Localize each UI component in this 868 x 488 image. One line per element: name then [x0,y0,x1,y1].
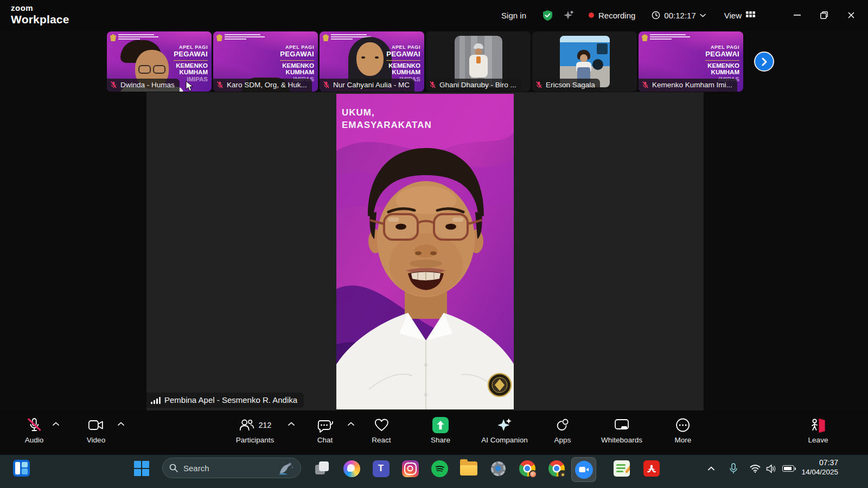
participant-tile[interactable]: Ghani Dharuby - Biro ... [426,31,531,92]
widgets-icon[interactable] [13,460,30,477]
share-screen-icon [432,417,449,433]
instagram-icon[interactable] [401,459,419,478]
file-explorer-icon[interactable] [459,459,478,478]
ai-companion-titlebar-icon[interactable] [564,10,575,21]
view-label: View [724,11,742,20]
tray-battery-icon[interactable] [782,459,794,478]
participant-name: Kemenko Kumham Imi... [652,81,732,89]
ai-companion-icon [496,417,513,433]
participant-tile[interactable]: APEL PAGIPEGAWAI KEMENKOKUMHAMIMIPAS Dwi… [107,31,212,92]
active-speaker-video[interactable]: UKUM, EMASYARAKATAN [336,94,514,409]
search-box[interactable]: Search [162,458,301,478]
task-view-icon[interactable] [313,459,331,478]
acrobat-icon[interactable] [642,459,661,478]
close-button[interactable] [842,7,860,23]
audio-options-chevron[interactable] [53,422,59,426]
meeting-toolbar: Audio Video 212 Participants Chat [0,410,868,454]
leave-button[interactable]: Leave [808,416,828,444]
start-button[interactable] [134,461,149,476]
more-ellipsis-icon [675,418,691,433]
gallery-view-icon [746,11,755,20]
whiteboards-label: Whiteboards [601,436,642,444]
chevron-right-icon [761,57,768,66]
participant-tile[interactable]: Ericson Sagala [532,31,637,92]
react-label: React [372,436,391,444]
video-options-chevron[interactable] [118,422,124,426]
tray-mic-icon[interactable] [730,459,738,478]
view-button[interactable]: View [724,11,755,20]
participant-tile[interactable]: APEL PAGIPEGAWAI KEMENKOKUMHAMIMIPAS Kar… [213,31,318,92]
zoom-workplace-logo: zoom Workplace [11,4,69,25]
heart-icon [374,418,389,432]
search-highlight-dolphin-icon [278,460,296,476]
participant-avatar [348,37,392,76]
chrome-profile2-icon[interactable] [547,459,566,478]
participant-name: Karo SDM, Org, & Huk... [227,81,307,89]
react-button[interactable]: React [372,416,391,444]
apps-button[interactable]: Apps [554,416,571,444]
muted-mic-icon [535,81,543,89]
recording-dot-icon [589,12,594,18]
muted-mic-icon [429,81,437,89]
tray-speaker-icon[interactable] [766,459,777,478]
notepad-app-icon[interactable] [612,459,631,478]
clock-icon [652,11,660,20]
chrome-profile1-icon[interactable] [518,459,537,478]
muted-mic-icon [216,81,224,89]
minimize-button[interactable] [788,7,806,23]
share-label: Share [431,436,450,444]
participant-name-pill: Ericson Sagala [532,79,600,92]
restore-icon [820,11,828,19]
recording-indicator[interactable]: Recording [589,11,635,20]
tray-expand-chevron[interactable] [708,459,715,478]
sign-in-button[interactable]: Sign in [501,11,526,20]
participant-name: Dwinda - Humas [120,81,175,89]
muted-mic-icon [322,81,330,89]
more-button[interactable]: More [675,416,692,444]
teams-icon[interactable]: T [372,459,390,478]
participant-name-pill: Karo SDM, Org, & Huk... [213,79,312,92]
apel-pagi-branding: APEL PAGIPEGAWAI KEMENKOKUMHAMIMIPAS [386,45,420,82]
chat-button[interactable]: Chat [317,416,333,444]
mic-muted-icon [27,418,42,433]
restore-button[interactable] [815,7,833,23]
ministry-emblem [642,34,690,41]
zoom-app-active[interactable] [571,457,596,482]
apps-icon [555,418,570,433]
meeting-timer[interactable]: 00:12:17 [652,11,705,20]
share-button[interactable]: Share [431,416,450,444]
participants-label: Participants [236,436,275,444]
chat-bubble-icon [317,418,333,433]
brand-workplace: Workplace [11,14,69,25]
video-button[interactable]: Video [87,416,105,444]
muted-mic-icon [641,81,649,89]
apps-label: Apps [554,436,571,444]
participant-tile[interactable]: APEL PAGIPEGAWAI KEMENKOKUMHAMIMIPAS Kem… [639,31,743,92]
tray-wifi-icon[interactable] [750,459,761,478]
video-label: Video [87,436,105,444]
whiteboards-button[interactable]: Whiteboards [601,416,642,444]
taskbar-clock[interactable]: 07:37 14/04/2025 [801,458,838,477]
copilot-icon[interactable] [342,459,361,478]
audio-button[interactable]: Audio [25,416,44,444]
participant-tile[interactable]: APEL PAGIPEGAWAI KEMENKOKUMHAMIMIPAS Nur… [320,31,424,92]
minimize-icon [794,15,801,16]
settings-gear-icon[interactable] [489,459,507,478]
participants-options-chevron[interactable] [288,422,295,426]
ai-companion-button[interactable]: AI Companion [481,416,528,444]
participant-name: Ericson Sagala [546,81,595,89]
search-icon [169,464,178,472]
security-shield-icon[interactable] [542,10,553,21]
spotify-icon[interactable] [430,459,449,478]
chat-options-chevron[interactable] [348,422,354,426]
zoom-app-icon [575,461,593,479]
participants-button[interactable]: 212 Participants [236,416,275,444]
leave-label: Leave [808,436,828,444]
ai-companion-label: AI Companion [481,436,528,444]
participant-name: Ghani Dharuby - Biro ... [439,81,516,89]
audio-label: Audio [25,436,44,444]
chat-label: Chat [317,436,333,444]
next-participants-page-button[interactable] [754,52,774,72]
main-stage: UKUM, EMASYARAKATAN [146,92,704,410]
whiteboard-icon [614,418,630,432]
